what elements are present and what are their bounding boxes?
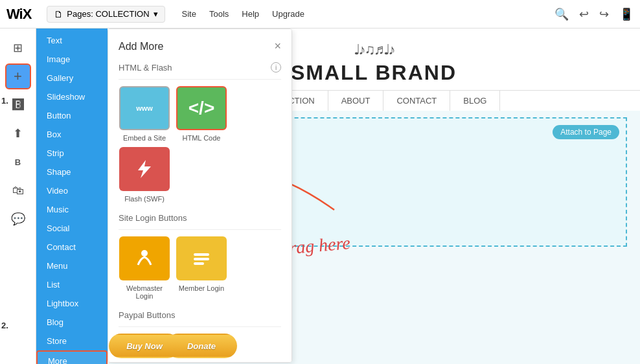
menu-button[interactable]: Button — [36, 106, 108, 125]
redo-icon[interactable]: ↪ — [599, 7, 609, 21]
site-login-title: Site Login Buttons — [119, 213, 187, 223]
html-code-icon: </> — [176, 86, 227, 130]
menu-gallery[interactable]: Gallery — [36, 69, 108, 87]
html-flash-grid: www Embed a Site </> HTML Code Flash (SW… — [119, 86, 281, 203]
pages-label: Pages: COLLECTION — [67, 9, 149, 19]
menu-lightbox[interactable]: Lightbox — [36, 294, 108, 313]
paypal-divider — [119, 326, 281, 327]
member-login-label: Member Login — [179, 284, 224, 292]
close-button[interactable]: × — [274, 40, 281, 53]
embed-site-label: Embed a Site — [123, 134, 166, 142]
nav-about[interactable]: ABOUT — [328, 91, 384, 111]
paypal-buy-card[interactable]: Buy Now PayPal Buy — [119, 334, 170, 363]
menu-menu[interactable]: Menu — [36, 256, 108, 275]
tab-icon: 🗋 — [54, 9, 63, 19]
member-login-card[interactable]: Member Login — [176, 236, 227, 300]
menu-slideshow[interactable]: Slideshow — [36, 87, 108, 106]
chevron-down-icon: ▾ — [154, 9, 158, 19]
html-flash-info-icon[interactable]: i — [271, 62, 281, 73]
nav-help[interactable]: Help — [242, 9, 259, 19]
site-login-header: Site Login Buttons — [119, 213, 281, 223]
flash-icon — [119, 147, 170, 191]
menu-list[interactable]: List — [36, 275, 108, 294]
embed-site-card[interactable]: www Embed a Site — [119, 86, 170, 142]
site-login-divider — [119, 229, 281, 230]
blog-icon-button[interactable]: B — [5, 149, 31, 175]
topbar-actions: 🔍 ↩ ↪ 📱 — [554, 7, 634, 21]
menu-box[interactable]: Box — [36, 125, 108, 144]
svg-point-2 — [141, 250, 148, 256]
nav-upgrade[interactable]: Upgrade — [272, 9, 304, 19]
topbar: WiX 🗋 Pages: COLLECTION ▾ Site Tools Hel… — [0, 0, 640, 28]
svg-rect-5 — [194, 262, 204, 265]
webmaster-login-label: Webmaster Login — [119, 284, 170, 300]
left-icon-bar: ⊞ + 🅱 ⬆ B 🛍 💬 1. 2. — [0, 28, 36, 364]
menu-music[interactable]: Music — [36, 200, 108, 219]
nav-blog[interactable]: BLOG — [450, 91, 500, 111]
svg-marker-1 — [138, 160, 151, 178]
menu-contact[interactable]: Contact — [36, 238, 108, 256]
store-icon-button[interactable]: 🛍 — [5, 177, 31, 203]
paypal-donate-label: PayPal Donate — [177, 362, 225, 363]
chat-icon-button[interactable]: 💬 — [5, 206, 31, 232]
menu-shape[interactable]: Shape — [36, 163, 108, 181]
menu-image[interactable]: Image — [36, 50, 108, 69]
svg-rect-4 — [194, 258, 209, 260]
webmaster-login-card[interactable]: Webmaster Login — [119, 236, 170, 300]
paypal-grid: Buy Now PayPal Buy Donate PayPal Donate — [119, 334, 281, 363]
nav-contact[interactable]: CONTACT — [383, 91, 450, 111]
wix-logo: WiX — [6, 6, 31, 23]
attach-to-page-button[interactable]: Attach to Page — [553, 125, 619, 139]
html-code-label: HTML Code — [183, 134, 221, 142]
add-more-panel: Add More × HTML & Flash i www Embed a Si… — [108, 28, 292, 363]
html-flash-divider — [119, 79, 281, 80]
menu-panel: Text Image Gallery Slideshow Button Box … — [36, 28, 108, 364]
panel-header: Add More × — [119, 40, 281, 53]
step-2-label: 2. — [1, 321, 8, 330]
mobile-icon[interactable]: 📱 — [619, 7, 634, 21]
search-icon[interactable]: 🔍 — [554, 7, 569, 21]
menu-strip[interactable]: Strip — [36, 144, 108, 163]
svg-rect-3 — [194, 253, 209, 256]
html-flash-title: HTML & Flash — [119, 63, 172, 73]
menu-text[interactable]: Text — [36, 31, 108, 50]
pages-button[interactable]: 🗋 Pages: COLLECTION ▾ — [47, 6, 165, 23]
nav-site[interactable]: Site — [182, 9, 196, 19]
pages-icon-button[interactable]: ⊞ — [5, 35, 31, 61]
apps-icon-button[interactable]: 🅱 — [5, 92, 31, 118]
flash-label: Flash (SWF) — [124, 195, 165, 203]
site-login-grid: Webmaster Login Member Login — [119, 236, 281, 300]
menu-blog[interactable]: Blog — [36, 313, 108, 332]
menu-video[interactable]: Video — [36, 181, 108, 200]
menu-social[interactable]: Social — [36, 219, 108, 238]
donate-icon: Donate — [166, 334, 237, 358]
plus-icon: + — [14, 68, 22, 85]
upload-icon-button[interactable]: ⬆ — [5, 120, 31, 146]
paypal-donate-card[interactable]: Donate PayPal Donate — [176, 334, 227, 363]
webmaster-login-icon — [119, 236, 170, 280]
menu-store[interactable]: Store — [36, 332, 108, 350]
panel-title: Add More — [119, 41, 163, 52]
undo-icon[interactable]: ↩ — [579, 7, 589, 21]
member-login-icon — [176, 236, 227, 280]
menu-more[interactable]: More — [36, 350, 108, 364]
paypal-title: Paypal Buttons — [119, 310, 175, 320]
nav-tools[interactable]: Tools — [209, 9, 229, 19]
step-1-label: 1. — [1, 96, 8, 106]
html-flash-header: HTML & Flash i — [119, 62, 281, 73]
topbar-nav: Site Tools Help Upgrade — [182, 9, 304, 19]
flash-card[interactable]: Flash (SWF) — [119, 147, 170, 203]
add-element-button[interactable]: + — [5, 63, 31, 89]
html-code-card[interactable]: </> HTML Code — [176, 86, 227, 142]
paypal-header: Paypal Buttons — [119, 310, 281, 320]
embed-site-icon: www — [119, 86, 170, 130]
